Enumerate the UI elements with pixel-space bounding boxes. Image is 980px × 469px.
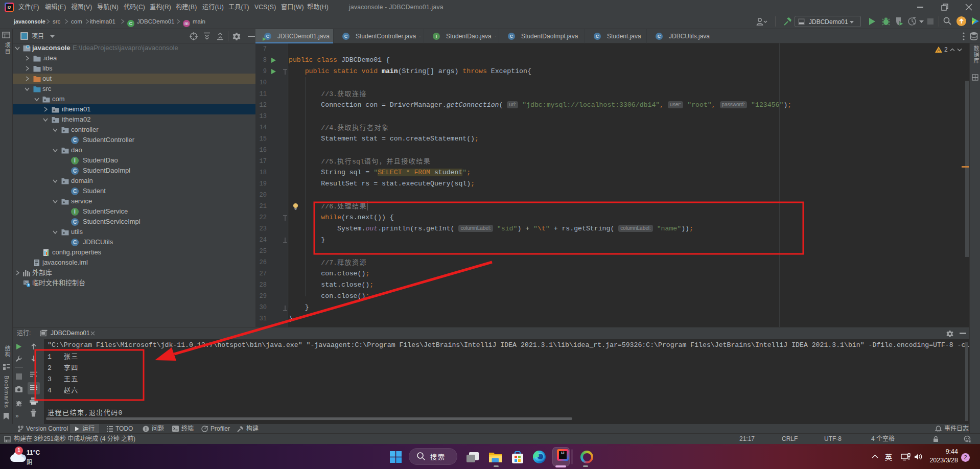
svg-text:A: A [937,48,940,53]
